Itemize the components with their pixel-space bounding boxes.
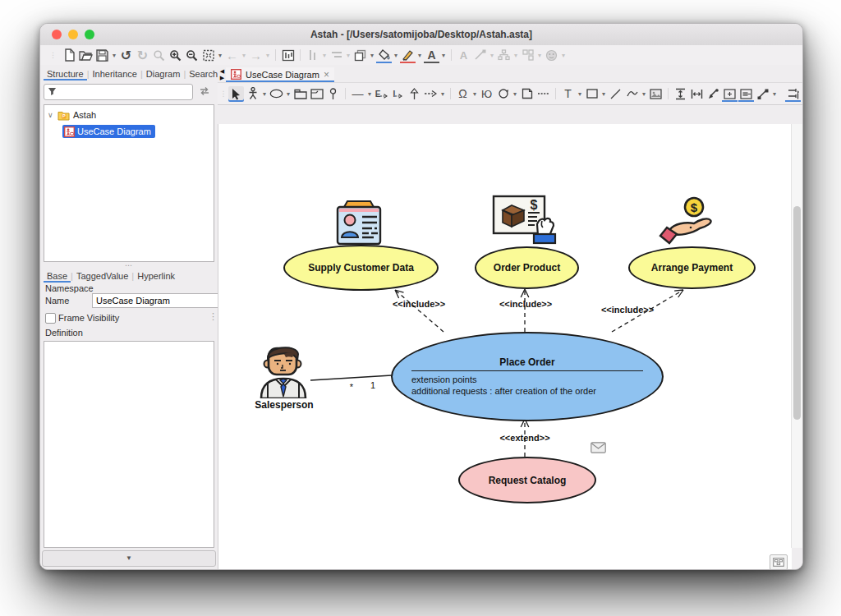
connector-style-dropdown-icon[interactable]: ▾ bbox=[489, 52, 495, 59]
usecase-place-order[interactable]: Place Order extension points additional … bbox=[391, 332, 664, 421]
actor-tool[interactable] bbox=[245, 86, 260, 102]
undo-button[interactable]: ↺ bbox=[118, 48, 134, 63]
tab-structure[interactable]: Structure bbox=[44, 69, 87, 80]
layout-alignment-icon[interactable] bbox=[329, 48, 344, 63]
grid-layout-icon[interactable] bbox=[520, 48, 535, 63]
image-tool[interactable] bbox=[648, 86, 664, 102]
usecase-arrange-payment[interactable]: Arrange Payment bbox=[628, 246, 756, 289]
dependency-tool[interactable] bbox=[423, 86, 439, 102]
redo-button[interactable]: ↻ bbox=[135, 48, 150, 63]
zoom-in-button[interactable] bbox=[168, 48, 183, 63]
open-file-button[interactable] bbox=[78, 48, 94, 63]
fill-color-dropdown-icon[interactable]: ▾ bbox=[393, 52, 399, 59]
order-alignment-dropdown-icon[interactable]: ▾ bbox=[321, 52, 328, 59]
connector-shape-icon[interactable] bbox=[755, 86, 770, 102]
tab-inheritance[interactable]: Inheritance bbox=[90, 69, 140, 80]
save-button[interactable] bbox=[94, 48, 110, 63]
collapse-panel-button[interactable]: ▼ bbox=[42, 550, 216, 567]
note-tool[interactable] bbox=[519, 86, 535, 102]
frame-visibility-icon[interactable] bbox=[722, 86, 738, 102]
auto-layout-icon[interactable] bbox=[496, 48, 512, 63]
panel-splitter[interactable]: ⋯ bbox=[40, 262, 218, 269]
rectangle-tool[interactable] bbox=[584, 86, 600, 102]
rectangle-dropdown-icon[interactable]: ▾ bbox=[600, 90, 607, 98]
usecase-order-product[interactable]: Order Product bbox=[475, 246, 579, 289]
font-color-dropdown-icon[interactable]: ▾ bbox=[440, 52, 447, 59]
search-icon[interactable] bbox=[151, 48, 167, 63]
line-color-icon[interactable] bbox=[400, 48, 416, 63]
distribute-vertical-icon[interactable] bbox=[673, 86, 688, 102]
line-tool[interactable] bbox=[608, 86, 623, 102]
sync-filter-icon[interactable] bbox=[199, 85, 210, 97]
note-visibility-icon[interactable] bbox=[738, 86, 754, 102]
diagram-manager-icon[interactable] bbox=[280, 48, 296, 63]
use-case-extension-dropdown-icon[interactable]: ▾ bbox=[471, 90, 478, 98]
tab-usecase-diagram[interactable]: UseCase Diagram × bbox=[226, 67, 334, 82]
curve-tool[interactable] bbox=[624, 86, 640, 102]
font-size-icon[interactable]: A bbox=[456, 48, 471, 63]
tree-node-diagram[interactable]: UseCase Diagram bbox=[44, 125, 214, 138]
order-alignment-icon[interactable] bbox=[305, 48, 320, 63]
frame-tool[interactable] bbox=[309, 86, 324, 102]
property-more-handle[interactable]: ⋮ bbox=[209, 311, 218, 322]
actor-dropdown-icon[interactable]: ▾ bbox=[261, 90, 268, 98]
connector-style-icon[interactable] bbox=[472, 48, 488, 63]
text-dropdown-icon[interactable]: ▾ bbox=[577, 90, 583, 98]
go-back-button[interactable]: ← bbox=[224, 48, 240, 63]
use-case-dropdown-icon[interactable]: ▾ bbox=[285, 90, 292, 98]
pin-tool[interactable] bbox=[325, 86, 341, 102]
grid-dropdown-icon[interactable]: ▾ bbox=[536, 52, 543, 59]
new-file-button[interactable] bbox=[62, 48, 77, 63]
vertical-scrollbar-thumb[interactable] bbox=[793, 206, 801, 420]
anchor-tool[interactable]: Ю bbox=[479, 86, 494, 102]
appearance-icon[interactable] bbox=[544, 48, 559, 63]
fill-color-icon[interactable] bbox=[376, 48, 392, 63]
use-case-tool[interactable] bbox=[269, 86, 284, 102]
generalization-tool[interactable] bbox=[407, 86, 422, 102]
close-tab-icon[interactable]: × bbox=[324, 71, 329, 79]
appearance-dropdown-icon[interactable]: ▾ bbox=[560, 52, 567, 59]
copy-style-dropdown-icon[interactable]: ▾ bbox=[369, 52, 375, 59]
save-dropdown-icon[interactable]: ▾ bbox=[111, 52, 117, 59]
tab-search[interactable]: Search bbox=[186, 69, 221, 80]
selection-pointer-tool[interactable] bbox=[228, 86, 244, 102]
auto-layout-dropdown-icon[interactable]: ▾ bbox=[512, 52, 519, 59]
usecase-request-catalog[interactable]: Request Catalog bbox=[458, 457, 596, 503]
tree-node-project[interactable]: ∨ P Astah bbox=[44, 108, 214, 122]
fit-to-window-button[interactable] bbox=[200, 48, 216, 63]
diagram-canvas[interactable]: $ $ bbox=[218, 124, 792, 570]
tab-diagram[interactable]: Diagram bbox=[143, 69, 184, 80]
frame-visibility-checkbox[interactable] bbox=[45, 313, 56, 324]
distribute-horizontal-icon[interactable] bbox=[689, 86, 705, 102]
go-forward-dropdown-icon[interactable]: ▾ bbox=[264, 52, 271, 59]
collapse-right-icon[interactable]: ▶ bbox=[218, 75, 226, 81]
association-tool[interactable]: — bbox=[350, 86, 365, 102]
include-tool[interactable]: I bbox=[390, 86, 406, 102]
usecase-supply-customer-data[interactable]: Supply Customer Data bbox=[283, 245, 439, 291]
connector-shape-dropdown-icon[interactable]: ▾ bbox=[771, 90, 778, 98]
collapse-left-icon[interactable]: ◀ bbox=[218, 68, 226, 75]
tab-hyperlink[interactable]: Hyperlink bbox=[134, 271, 178, 283]
go-forward-button[interactable]: → bbox=[248, 48, 264, 63]
align-tools-icon[interactable] bbox=[785, 86, 801, 102]
format-painter-icon[interactable] bbox=[705, 86, 721, 102]
name-field[interactable] bbox=[92, 293, 222, 308]
iteration-dropdown-icon[interactable]: ▾ bbox=[512, 90, 518, 98]
tab-base[interactable]: Base bbox=[44, 271, 71, 283]
copy-style-icon[interactable] bbox=[352, 48, 368, 63]
filter-input[interactable] bbox=[44, 84, 193, 100]
iteration-tool[interactable] bbox=[495, 86, 511, 102]
layout-alignment-dropdown-icon[interactable]: ▾ bbox=[345, 52, 352, 59]
extend-tool[interactable]: E bbox=[374, 86, 389, 102]
definition-field[interactable] bbox=[44, 341, 214, 548]
go-back-dropdown-icon[interactable]: ▾ bbox=[241, 52, 247, 59]
association-dropdown-icon[interactable]: ▾ bbox=[366, 90, 373, 98]
line-color-dropdown-icon[interactable]: ▾ bbox=[416, 52, 423, 59]
tree-expander-icon[interactable]: ∨ bbox=[48, 111, 57, 119]
minimap-toggle-button[interactable] bbox=[770, 554, 788, 570]
font-color-icon[interactable]: A bbox=[424, 48, 439, 63]
tab-taggedvalue[interactable]: TaggedValue bbox=[73, 271, 131, 283]
titlebar[interactable]: Astah - [/Users/satomijoba/Desktop/Astah… bbox=[40, 24, 802, 46]
dependency-dropdown-icon[interactable]: ▾ bbox=[439, 90, 446, 98]
fit-dropdown-icon[interactable]: ▾ bbox=[217, 52, 223, 59]
